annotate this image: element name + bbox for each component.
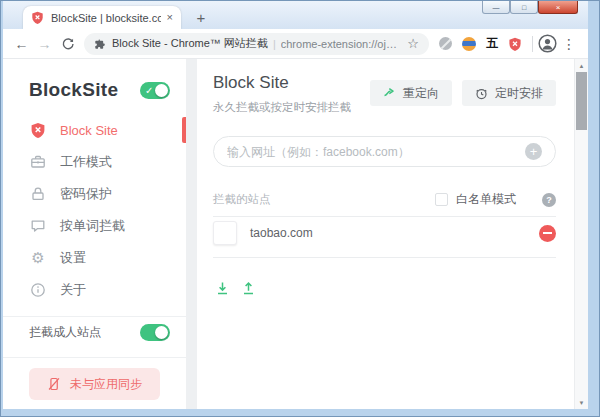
info-icon [29,282,47,298]
sidebar-item-password-protect[interactable]: 密码保护 [3,178,186,210]
alarm-clock-icon [475,87,488,100]
bookmark-star-icon[interactable]: ☆ [407,36,419,51]
new-tab-button[interactable]: + [191,7,211,27]
gear-icon: ⚙ [29,249,47,267]
tab-strip: BlockSite | blocksite.co × + — □ × [3,1,588,29]
transfer-row [213,281,556,296]
help-icon[interactable]: ? [542,193,556,207]
scroll-up-icon[interactable]: ▲ [575,59,588,72]
profile-avatar-icon[interactable] [538,34,557,53]
sidebar-item-label: 按单词拦截 [60,217,125,235]
sidebar-item-block-by-word[interactable]: 按单词拦截 [3,210,186,242]
window-close-button[interactable]: × [538,1,578,14]
back-icon[interactable]: ← [10,32,33,56]
whitelist-checkbox[interactable] [435,193,448,206]
forward-icon[interactable]: → [33,32,56,56]
minimize-button[interactable]: — [482,1,510,14]
window-caption-buttons: — □ × [482,1,578,14]
import-upload-icon[interactable] [241,281,256,296]
page-content: BlockSite ✓ Block Site [3,59,588,409]
blocksite-extension-icon[interactable] [508,37,522,51]
export-download-icon[interactable] [215,281,230,296]
schedule-button-label: 定时安排 [495,85,543,102]
toolbar-separator [532,36,533,52]
vertical-scrollbar[interactable]: ▲ ▼ [574,59,588,409]
omnibox-page-title: Block Site - Chrome™ 网站拦截 [112,36,268,51]
url-input[interactable] [227,145,525,159]
scrollbar-thumb[interactable] [576,72,587,130]
sidebar-item-work-mode[interactable]: 工作模式 [3,146,186,178]
sidebar-item-block-site[interactable]: Block Site [3,114,186,146]
sidebar-item-label: 工作模式 [60,153,112,171]
header-buttons: 重定向 定时安排 [370,80,556,115]
title-block: Block Site 永久拦截或按定时安排拦截 [213,73,351,115]
shield-icon [29,122,47,138]
sidebar-item-label: 关于 [60,281,86,299]
sync-warning-button[interactable]: 未与应用同步 [29,368,160,400]
sidebar-logo-row: BlockSite ✓ [3,59,186,105]
sync-off-icon [47,377,61,391]
main-header: Block Site 永久拦截或按定时安排拦截 重定向 定时安排 [213,73,556,115]
blocksite-logo: BlockSite [29,79,118,101]
blocksite-favicon-icon [31,11,44,24]
speech-bubble-icon [29,218,47,234]
sync-warning-label: 未与应用同步 [70,376,142,393]
blocked-sites-label: 拦截的站点 [213,192,435,207]
omnibox[interactable]: Block Site - Chrome™ 网站拦截 | chrome-exten… [84,33,429,55]
scroll-down-icon[interactable]: ▼ [575,396,588,409]
sidebar-divider [3,357,186,358]
sidebar-item-label: 设置 [60,249,86,267]
maximize-button[interactable]: □ [510,1,538,14]
disabled-extension-icon[interactable] [439,37,452,50]
browser-toolbar: ← → Block Site - Chrome™ 网站拦截 | chrome-e… [3,29,588,59]
tab-close-icon[interactable]: × [167,12,173,23]
briefcase-icon [29,154,47,170]
adult-block-label: 拦截成人站点 [29,324,101,341]
adult-block-row: 拦截成人站点 [3,317,186,347]
extension-icons: 五 [439,35,522,52]
redirect-arrow-icon [383,87,396,100]
whitelist-label: 白名单模式 [456,191,516,208]
orange-extension-icon[interactable] [462,37,476,51]
site-favicon [213,221,237,245]
active-indicator [182,117,186,143]
site-domain: taobao.com [250,226,539,240]
sidebar-item-settings[interactable]: ⚙ 设置 [3,242,186,274]
browser-tab[interactable]: BlockSite | blocksite.co × [23,6,181,29]
sidebar: BlockSite ✓ Block Site [3,59,186,409]
main-enable-toggle[interactable]: ✓ [140,82,170,99]
browser-menu-icon[interactable]: ⋮ [562,36,576,52]
omnibox-url: chrome-extension://ojndfemlibjoidl... [281,38,403,50]
site-row: taobao.com [213,217,556,249]
page-subtitle: 永久拦截或按定时安排拦截 [213,100,351,115]
reload-icon[interactable] [56,32,79,56]
toggle-check-icon: ✓ [145,84,153,97]
schedule-button[interactable]: 定时安排 [462,80,556,106]
divider [213,257,556,258]
redirect-button[interactable]: 重定向 [370,80,452,106]
blocked-sites-header: 拦截的站点 白名单模式 ? [213,191,556,208]
sidebar-item-label: 密码保护 [60,185,112,203]
remove-site-button[interactable] [539,225,556,242]
toggle-knob [155,326,168,339]
sidebar-nav: Block Site 工作模式 密码保护 [3,114,186,306]
page-title: Block Site [213,73,351,93]
main-panel: Block Site 永久拦截或按定时安排拦截 重定向 定时安排 + [197,59,574,409]
tab-title: BlockSite | blocksite.co [51,12,161,24]
lock-icon [29,186,47,202]
toggle-knob [155,84,168,97]
redirect-button-label: 重定向 [403,85,439,102]
omnibox-separator: | [273,38,276,50]
sidebar-item-about[interactable]: 关于 [3,274,186,306]
browser-window: BlockSite | blocksite.co × + — □ × ← → B… [0,0,600,417]
extension-puzzle-icon [94,38,106,50]
adult-block-toggle[interactable] [140,324,170,341]
wubi-extension-icon[interactable]: 五 [486,35,498,52]
url-input-wrap: + [213,136,556,167]
add-site-button[interactable]: + [525,143,542,160]
sidebar-item-label: Block Site [60,123,118,138]
